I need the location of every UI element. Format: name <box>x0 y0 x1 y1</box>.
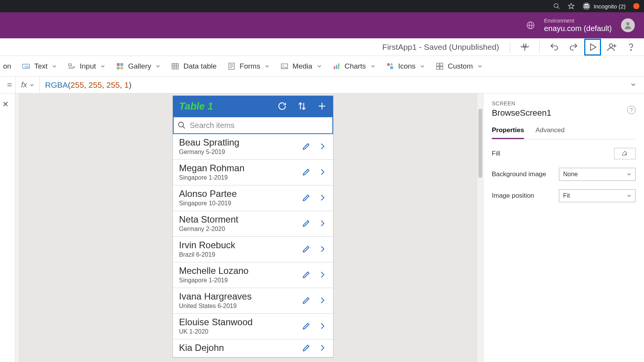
ribbon-gallery[interactable]: Gallery <box>116 62 160 70</box>
undo-button[interactable] <box>546 39 563 56</box>
bgimage-select[interactable]: None <box>559 168 636 181</box>
search-box[interactable]: Search items <box>173 116 333 134</box>
custom-icon <box>435 62 444 70</box>
tab-advanced[interactable]: Advanced <box>536 126 565 139</box>
item-subtitle: Singapore 10-2019 <box>179 200 302 207</box>
formula-input[interactable]: RGBA(255, 255, 255, 1) <box>40 80 626 90</box>
list-item[interactable]: Elouise StanwoodUK 1-2020 <box>173 314 333 339</box>
chevron-down-icon <box>420 64 425 69</box>
ribbon-charts[interactable]: Charts <box>332 62 375 70</box>
user-avatar[interactable] <box>621 18 635 32</box>
close-panel-button[interactable]: ✕ <box>2 100 9 109</box>
edit-icon[interactable] <box>302 219 311 228</box>
app-checker-button[interactable] <box>516 39 533 56</box>
app-title: Table 1 <box>179 100 213 112</box>
list-item[interactable]: Irvin RoebuckBrazil 6-2019 <box>173 237 333 262</box>
prop-imgpos-label: Image position <box>492 192 534 200</box>
svg-point-12 <box>610 44 613 47</box>
edit-icon[interactable] <box>302 167 311 177</box>
chevron-down-icon <box>478 64 482 69</box>
app-header: Table 1 <box>173 96 333 116</box>
svg-point-52 <box>179 122 184 127</box>
chevron-right-icon[interactable] <box>318 296 327 305</box>
edit-icon[interactable] <box>302 296 311 305</box>
edit-icon[interactable] <box>302 343 311 352</box>
chevron-right-icon[interactable] <box>318 270 327 279</box>
item-name: Beau Spratling <box>179 137 302 148</box>
ribbon-icons[interactable]: Icons <box>386 62 425 70</box>
list-item[interactable]: Neta StormentGermany 2-2020 <box>173 211 333 237</box>
svg-point-0 <box>554 3 558 8</box>
svg-rect-47 <box>440 66 443 69</box>
chevron-down-icon <box>52 64 57 69</box>
tab-properties[interactable]: Properties <box>492 126 524 139</box>
item-subtitle: UK 1-2020 <box>179 328 302 335</box>
list-item[interactable]: Alonso ParteeSingapore 10-2019 <box>173 185 333 211</box>
ribbon-input[interactable]: Input <box>67 62 105 70</box>
zoom-icon[interactable] <box>553 3 560 10</box>
charts-icon <box>332 62 341 70</box>
prop-fill-label: Fill <box>492 150 500 157</box>
chevron-right-icon[interactable] <box>318 219 327 228</box>
edit-icon[interactable] <box>302 142 311 151</box>
ribbon-text[interactable]: Abc Text <box>22 62 57 70</box>
list-item[interactable]: Megan RohmanSingapore 1-2019 <box>173 160 333 185</box>
chevron-right-icon[interactable] <box>318 167 327 177</box>
list-item[interactable]: Mechelle LozanoSingapore 1-2019 <box>173 262 333 288</box>
ribbon-custom[interactable]: Custom <box>435 62 482 70</box>
chevron-down-icon <box>265 64 269 69</box>
chevron-right-icon[interactable] <box>318 343 327 352</box>
item-subtitle: Brazil 6-2019 <box>179 251 302 258</box>
edit-icon[interactable] <box>302 321 311 331</box>
svg-rect-18 <box>69 64 71 66</box>
imgpos-select[interactable]: Fit <box>559 189 636 202</box>
ribbon-button-partial[interactable]: on <box>3 62 11 70</box>
chevron-right-icon[interactable] <box>318 142 327 151</box>
item-name: Neta Storment <box>179 214 302 225</box>
svg-point-9 <box>626 22 629 25</box>
fill-color-picker[interactable] <box>614 148 636 159</box>
ribbon-datatable[interactable]: Data table <box>171 62 217 70</box>
item-name: Ivana Hargreaves <box>179 291 302 302</box>
refresh-icon[interactable] <box>277 101 287 111</box>
edit-icon[interactable] <box>302 244 311 254</box>
preview-play-button[interactable] <box>584 39 601 56</box>
tree-scrollbar[interactable] <box>15 93 19 362</box>
edit-icon[interactable] <box>302 193 311 202</box>
sort-icon[interactable] <box>297 101 307 111</box>
share-button[interactable] <box>603 39 620 56</box>
search-placeholder: Search items <box>190 121 235 130</box>
incognito-indicator[interactable]: Incognito (2) <box>582 2 626 10</box>
item-subtitle: United States 6-2019 <box>179 303 302 310</box>
left-panel-collapsed: ✕ <box>0 93 15 362</box>
edit-icon[interactable] <box>302 270 311 279</box>
list-item[interactable]: Kia Dejohn <box>173 339 333 357</box>
gallery-list: Beau SpratlingGermany 5-2019Megan Rohman… <box>173 134 333 357</box>
chevron-right-icon[interactable] <box>318 321 327 331</box>
separator <box>539 41 540 53</box>
fx-button[interactable]: fx <box>15 77 40 93</box>
ribbon-forms[interactable]: Forms <box>227 62 269 70</box>
formula-equals[interactable]: = <box>4 80 15 90</box>
media-icon <box>280 62 289 70</box>
pane-help-button[interactable]: ? <box>627 106 636 114</box>
insert-ribbon: on Abc Text Input Gallery Data table For… <box>0 56 644 77</box>
list-item[interactable]: Ivana HargreavesUnited States 6-2019 <box>173 288 333 314</box>
canvas-scrollbar[interactable] <box>477 93 483 362</box>
chevron-right-icon[interactable] <box>318 193 327 202</box>
bookmark-star-icon[interactable] <box>568 3 575 10</box>
svg-point-15 <box>631 49 631 50</box>
redo-button[interactable] <box>565 39 582 56</box>
globe-icon <box>526 21 535 29</box>
canvas[interactable]: Table 1 Search items Beau SpratlingGerma… <box>19 93 483 362</box>
svg-rect-44 <box>437 63 439 66</box>
list-item[interactable]: Beau SpratlingGermany 5-2019 <box>173 134 333 160</box>
profile-dot-icon[interactable] <box>633 3 639 9</box>
ribbon-media[interactable]: Media <box>280 62 322 70</box>
add-icon[interactable] <box>317 101 327 111</box>
formula-expand-button[interactable] <box>626 80 640 89</box>
browser-chrome: Incognito (2) <box>0 0 644 12</box>
chevron-right-icon[interactable] <box>318 244 327 254</box>
svg-rect-42 <box>390 66 393 69</box>
help-button[interactable] <box>623 39 639 56</box>
